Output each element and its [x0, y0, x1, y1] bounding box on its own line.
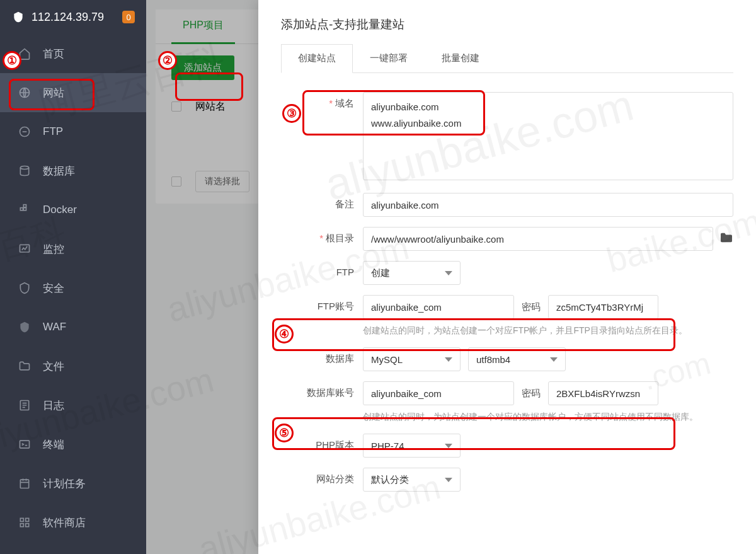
chevron-down-icon	[445, 478, 452, 482]
sidebar-item-label: Docker	[43, 204, 77, 216]
docker-icon	[18, 203, 32, 217]
sidebar-item-label: WAF	[43, 321, 66, 333]
sidebar-item-label: 软件商店	[43, 516, 86, 530]
label-ftp: FTP	[281, 261, 363, 277]
server-ip: 112.124.39.79	[32, 11, 104, 24]
sidebar-item-label: 文件	[43, 359, 64, 374]
ftp-hint: 创建站点的同时，为站点创建一个对应FTP帐户，并且FTP目录指向站点所在目录。	[363, 324, 733, 337]
chevron-down-icon	[445, 444, 452, 448]
domain-textarea[interactable]	[363, 92, 733, 180]
label-site-category: 网站分类	[281, 468, 363, 485]
globe-icon	[18, 86, 32, 100]
marker-1: ①	[3, 51, 21, 70]
sidebar-item-label: 计划任务	[43, 476, 86, 491]
monitor-icon	[18, 242, 32, 256]
terminal-icon	[18, 437, 32, 451]
sidebar: 112.124.39.79 0 首页 网站 FTP 数据库 Docker 监控 …	[0, 0, 146, 554]
waf-shield-icon	[18, 320, 32, 334]
sidebar-header: 112.124.39.79 0	[0, 0, 146, 34]
sidebar-item-home[interactable]: 首页	[0, 34, 146, 73]
sidebar-item-label: FTP	[43, 125, 63, 138]
sidebar-item-waf[interactable]: WAF	[0, 308, 146, 347]
svg-rect-8	[20, 441, 30, 448]
sidebar-item-label: 网站	[43, 86, 64, 100]
db-type-select[interactable]: MySQL	[363, 347, 461, 371]
tab-create-site[interactable]: 创建站点	[281, 44, 353, 73]
label-database: 数据库	[281, 347, 363, 365]
label-root: *根目录	[281, 227, 363, 245]
label-php-version: PHP版本	[281, 434, 363, 451]
svg-rect-12	[20, 524, 23, 527]
svg-rect-5	[23, 205, 26, 207]
sidebar-item-label: 终端	[43, 437, 64, 452]
folder-icon	[18, 359, 32, 373]
svg-rect-13	[26, 524, 29, 527]
ftp-password-input[interactable]	[548, 295, 658, 319]
chevron-down-icon	[445, 357, 452, 362]
log-icon	[18, 398, 32, 412]
marker-4: ④	[275, 325, 294, 343]
database-icon	[18, 164, 32, 178]
sidebar-item-files[interactable]: 文件	[0, 347, 146, 386]
remark-input[interactable]	[363, 193, 733, 217]
browse-folder-icon[interactable]	[719, 232, 733, 246]
ftp-icon	[18, 125, 32, 139]
label-db-account: 数据库账号	[281, 381, 363, 399]
ftp-select[interactable]: 创建	[363, 261, 461, 285]
sidebar-item-database[interactable]: 数据库	[0, 151, 146, 190]
tab-one-click-deploy[interactable]: 一键部署	[353, 44, 425, 72]
tab-batch-create[interactable]: 批量创建	[425, 44, 496, 72]
sidebar-item-security[interactable]: 安全	[0, 268, 146, 308]
sidebar-item-label: 监控	[43, 242, 64, 257]
marker-5: ⑤	[275, 424, 294, 442]
sidebar-item-label: 日志	[43, 398, 64, 413]
sidebar-item-terminal[interactable]: 终端	[0, 425, 146, 464]
marker-3: ③	[282, 104, 301, 123]
notification-badge[interactable]: 0	[122, 11, 135, 23]
svg-point-2	[20, 166, 28, 170]
sidebar-item-appstore[interactable]: 软件商店	[0, 503, 146, 542]
sidebar-item-ftp[interactable]: FTP	[0, 112, 146, 151]
sidebar-item-website[interactable]: 网站	[0, 73, 146, 112]
label-ftp-account: FTP账号	[281, 295, 363, 313]
modal-title: 添加站点-支持批量建站	[258, 0, 756, 44]
marker-2: ②	[158, 51, 177, 70]
label-remark: 备注	[281, 193, 363, 211]
root-dir-input[interactable]	[363, 227, 713, 251]
calendar-icon	[18, 476, 32, 490]
db-charset-select[interactable]: utf8mb4	[468, 347, 566, 371]
db-account-input[interactable]	[363, 381, 514, 405]
sidebar-item-cron[interactable]: 计划任务	[0, 464, 146, 503]
php-version-select[interactable]: PHP-74	[363, 434, 461, 458]
svg-rect-3	[20, 208, 23, 211]
sidebar-item-logs[interactable]: 日志	[0, 386, 146, 425]
svg-rect-4	[23, 208, 26, 211]
shield-icon	[11, 10, 25, 24]
add-site-modal: 添加站点-支持批量建站 创建站点 一键部署 批量创建 *域名 备注 *根目录 F…	[258, 0, 756, 554]
chevron-down-icon	[445, 271, 452, 275]
chevron-down-icon	[550, 357, 558, 362]
label-db-password: 密码	[522, 388, 541, 400]
site-category-select[interactable]: 默认分类	[363, 468, 461, 492]
db-hint: 创建站点的同时，为站点创建一个对应的数据库帐户，方便不同站点使用不同数据库。	[363, 410, 733, 424]
db-password-input[interactable]	[548, 381, 658, 405]
svg-rect-9	[20, 480, 28, 488]
sidebar-item-label: 数据库	[43, 164, 75, 178]
svg-rect-10	[20, 518, 23, 521]
modal-tabs: 创建站点 一键部署 批量创建	[281, 44, 733, 73]
sidebar-item-monitor[interactable]: 监控	[0, 229, 146, 268]
sidebar-item-label: 安全	[43, 281, 64, 296]
sidebar-item-docker[interactable]: Docker	[0, 190, 146, 229]
security-shield-icon	[18, 281, 32, 295]
label-ftp-password: 密码	[522, 301, 541, 313]
apps-icon	[18, 516, 32, 529]
svg-rect-11	[26, 518, 29, 521]
sidebar-item-label: 首页	[43, 47, 64, 61]
ftp-account-input[interactable]	[363, 295, 514, 319]
